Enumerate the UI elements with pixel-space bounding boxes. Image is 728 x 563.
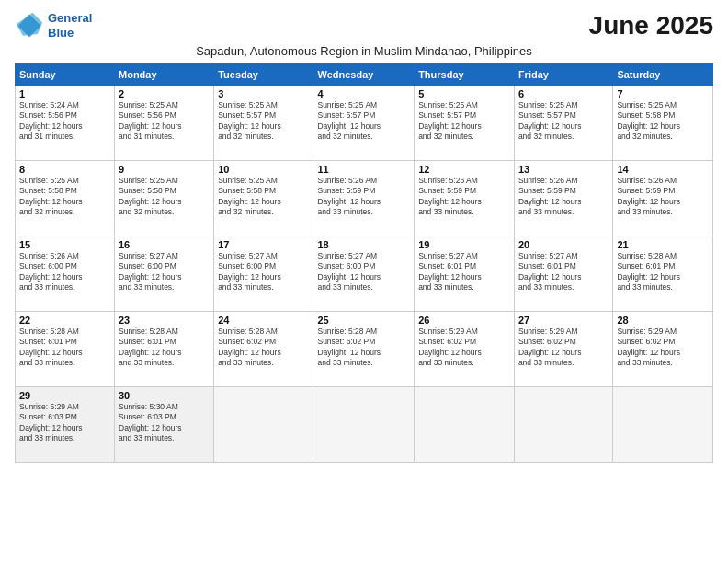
day-number: 23 [119,315,210,326]
day-number: 20 [518,239,609,250]
weekday-header-tuesday: Tuesday [214,64,313,86]
day-number: 21 [617,239,709,250]
day-number: 27 [518,315,609,326]
calendar-cell: 22Sunrise: 5:28 AM Sunset: 6:01 PM Dayli… [16,312,115,387]
day-info: Sunrise: 5:30 AM Sunset: 6:03 PM Dayligh… [119,402,210,444]
calendar-cell: 11Sunrise: 5:26 AM Sunset: 5:59 PM Dayli… [313,161,415,236]
day-number: 1 [19,88,110,99]
day-info: Sunrise: 5:26 AM Sunset: 6:00 PM Dayligh… [19,251,110,293]
calendar-week-5: 29Sunrise: 5:29 AM Sunset: 6:03 PM Dayli… [16,387,713,463]
calendar-cell: 23Sunrise: 5:28 AM Sunset: 6:01 PM Dayli… [115,312,214,387]
day-info: Sunrise: 5:25 AM Sunset: 5:57 PM Dayligh… [518,100,609,143]
calendar-cell: 4Sunrise: 5:25 AM Sunset: 5:57 PM Daylig… [313,86,415,161]
calendar-cell: 16Sunrise: 5:27 AM Sunset: 6:00 PM Dayli… [115,236,214,312]
calendar-cell: 14Sunrise: 5:26 AM Sunset: 5:59 PM Dayli… [613,161,713,236]
day-info: Sunrise: 5:26 AM Sunset: 5:59 PM Dayligh… [617,176,709,218]
day-info: Sunrise: 5:27 AM Sunset: 6:00 PM Dayligh… [218,251,309,293]
day-number: 13 [518,164,609,175]
day-info: Sunrise: 5:25 AM Sunset: 5:57 PM Dayligh… [317,100,410,143]
calendar-cell: 19Sunrise: 5:27 AM Sunset: 6:01 PM Dayli… [415,236,515,312]
day-info: Sunrise: 5:27 AM Sunset: 6:01 PM Dayligh… [418,251,510,293]
day-number: 14 [617,164,709,175]
weekday-header-wednesday: Wednesday [313,64,415,86]
day-number: 26 [418,315,510,326]
day-info: Sunrise: 5:27 AM Sunset: 6:00 PM Dayligh… [119,251,210,293]
day-number: 9 [119,164,210,175]
header-row: General Blue June 2025 [15,11,713,40]
calendar-cell: 5Sunrise: 5:25 AM Sunset: 5:57 PM Daylig… [415,86,515,161]
day-info: Sunrise: 5:25 AM Sunset: 5:58 PM Dayligh… [617,100,709,143]
calendar-cell [514,387,612,463]
weekday-header-sunday: Sunday [16,64,115,86]
day-number: 15 [19,239,110,250]
calendar-cell: 15Sunrise: 5:26 AM Sunset: 6:00 PM Dayli… [16,236,115,312]
logo-text: General Blue [48,11,92,40]
calendar-cell: 17Sunrise: 5:27 AM Sunset: 6:00 PM Dayli… [214,236,313,312]
calendar-cell: 18Sunrise: 5:27 AM Sunset: 6:00 PM Dayli… [313,236,415,312]
day-number: 2 [119,88,210,99]
calendar-cell: 13Sunrise: 5:26 AM Sunset: 5:59 PM Dayli… [514,161,612,236]
svg-marker-1 [17,13,42,36]
day-number: 22 [19,315,110,326]
day-info: Sunrise: 5:29 AM Sunset: 6:03 PM Dayligh… [19,402,110,444]
calendar-week-3: 15Sunrise: 5:26 AM Sunset: 6:00 PM Dayli… [16,236,713,312]
weekday-header-monday: Monday [115,64,214,86]
calendar-week-4: 22Sunrise: 5:28 AM Sunset: 6:01 PM Dayli… [16,312,713,387]
day-info: Sunrise: 5:29 AM Sunset: 6:02 PM Dayligh… [418,327,510,369]
day-number: 29 [19,390,110,401]
logo: General Blue [15,11,92,40]
calendar-cell: 29Sunrise: 5:29 AM Sunset: 6:03 PM Dayli… [16,387,115,463]
day-info: Sunrise: 5:28 AM Sunset: 6:01 PM Dayligh… [119,327,210,369]
day-number: 28 [617,315,709,326]
calendar-cell: 1Sunrise: 5:24 AM Sunset: 5:56 PM Daylig… [16,86,115,161]
calendar-cell: 24Sunrise: 5:28 AM Sunset: 6:02 PM Dayli… [214,312,313,387]
calendar-cell: 27Sunrise: 5:29 AM Sunset: 6:02 PM Dayli… [514,312,612,387]
day-info: Sunrise: 5:29 AM Sunset: 6:02 PM Dayligh… [518,327,609,369]
day-number: 25 [317,315,410,326]
day-info: Sunrise: 5:28 AM Sunset: 6:01 PM Dayligh… [617,251,709,293]
calendar-cell: 12Sunrise: 5:26 AM Sunset: 5:59 PM Dayli… [415,161,515,236]
weekday-header-row: SundayMondayTuesdayWednesdayThursdayFrid… [16,64,713,86]
calendar-cell [214,387,313,463]
calendar-cell: 9Sunrise: 5:25 AM Sunset: 5:58 PM Daylig… [115,161,214,236]
subtitle: Sapadun, Autonomous Region in Muslim Min… [15,44,713,58]
day-number: 10 [218,164,309,175]
day-info: Sunrise: 5:29 AM Sunset: 6:02 PM Dayligh… [617,327,709,369]
calendar-cell: 8Sunrise: 5:25 AM Sunset: 5:58 PM Daylig… [16,161,115,236]
calendar-cell [613,387,713,463]
day-number: 3 [218,88,309,99]
weekday-header-friday: Friday [514,64,612,86]
day-number: 8 [19,164,110,175]
calendar-cell: 30Sunrise: 5:30 AM Sunset: 6:03 PM Dayli… [115,387,214,463]
calendar-cell [313,387,415,463]
calendar-cell: 26Sunrise: 5:29 AM Sunset: 6:02 PM Dayli… [415,312,515,387]
calendar-cell: 10Sunrise: 5:25 AM Sunset: 5:58 PM Dayli… [214,161,313,236]
weekday-header-thursday: Thursday [415,64,515,86]
calendar-week-1: 1Sunrise: 5:24 AM Sunset: 5:56 PM Daylig… [16,86,713,161]
day-info: Sunrise: 5:25 AM Sunset: 5:57 PM Dayligh… [218,100,309,143]
month-title: June 2025 [589,11,713,40]
calendar-cell: 28Sunrise: 5:29 AM Sunset: 6:02 PM Dayli… [613,312,713,387]
page: General Blue June 2025 Sapadun, Autonomo… [0,0,728,563]
day-info: Sunrise: 5:27 AM Sunset: 6:01 PM Dayligh… [518,251,609,293]
calendar: SundayMondayTuesdayWednesdayThursdayFrid… [15,63,713,463]
calendar-cell: 25Sunrise: 5:28 AM Sunset: 6:02 PM Dayli… [313,312,415,387]
day-number: 4 [317,88,410,99]
day-info: Sunrise: 5:26 AM Sunset: 5:59 PM Dayligh… [418,176,510,218]
logo-icon [15,11,44,40]
day-number: 18 [317,239,410,250]
weekday-header-saturday: Saturday [613,64,713,86]
day-info: Sunrise: 5:25 AM Sunset: 5:58 PM Dayligh… [19,176,110,218]
calendar-cell: 2Sunrise: 5:25 AM Sunset: 5:56 PM Daylig… [115,86,214,161]
calendar-cell: 3Sunrise: 5:25 AM Sunset: 5:57 PM Daylig… [214,86,313,161]
day-info: Sunrise: 5:25 AM Sunset: 5:58 PM Dayligh… [119,176,210,218]
day-info: Sunrise: 5:26 AM Sunset: 5:59 PM Dayligh… [317,176,410,218]
day-number: 16 [119,239,210,250]
calendar-cell: 6Sunrise: 5:25 AM Sunset: 5:57 PM Daylig… [514,86,612,161]
calendar-cell [415,387,515,463]
day-number: 24 [218,315,309,326]
calendar-cell: 20Sunrise: 5:27 AM Sunset: 6:01 PM Dayli… [514,236,612,312]
day-info: Sunrise: 5:24 AM Sunset: 5:56 PM Dayligh… [19,100,110,143]
day-number: 6 [518,88,609,99]
day-number: 30 [119,390,210,401]
